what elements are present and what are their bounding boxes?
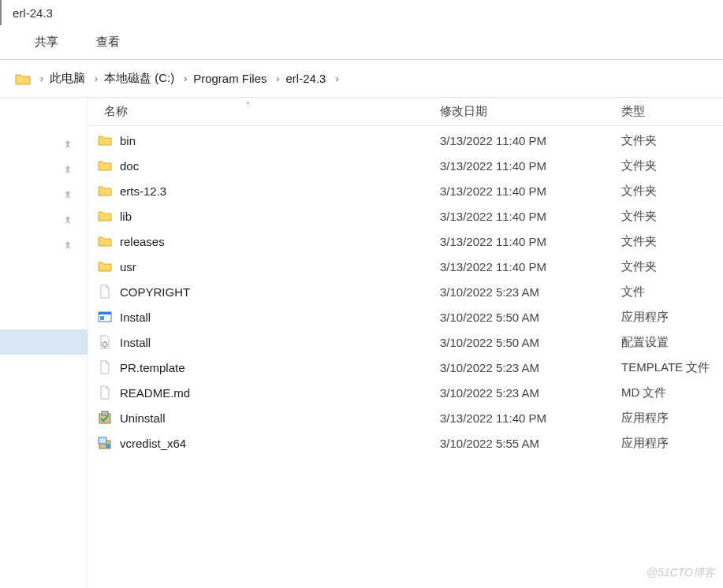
file-row[interactable]: COPYRIGHT3/10/2022 5:23 AM文件	[88, 279, 723, 304]
title-bar: erl-24.3	[0, 0, 723, 25]
file-row[interactable]: Install3/10/2022 5:50 AM配置设置	[88, 329, 723, 355]
file-type: 文件夹	[621, 209, 723, 224]
file-name: releases	[120, 235, 165, 248]
chevron-right-icon[interactable]: ›	[335, 73, 338, 84]
ini-icon	[98, 335, 112, 349]
file-type: 文件	[621, 285, 723, 300]
file-name: README.md	[120, 386, 190, 400]
file-row[interactable]: releases3/13/2022 11:40 PM文件夹	[88, 229, 723, 254]
file-type: TEMPLATE 文件	[621, 360, 723, 375]
file-row[interactable]: doc3/13/2022 11:40 PM文件夹	[88, 153, 723, 178]
file-modified: 3/10/2022 5:50 AM	[440, 336, 621, 349]
file-type: 文件夹	[621, 184, 723, 199]
file-name: usr	[120, 260, 136, 274]
file-name: lib	[120, 210, 132, 223]
file-modified: 3/10/2022 5:50 AM	[440, 311, 621, 324]
breadcrumb-label: Program Files	[193, 72, 266, 85]
file-row[interactable]: Install3/10/2022 5:50 AM应用程序	[88, 304, 723, 329]
file-modified: 3/10/2022 5:23 AM	[440, 386, 621, 400]
file-row[interactable]: README.md3/10/2022 5:23 AMMD 文件	[88, 380, 723, 405]
file-type: 文件夹	[621, 158, 723, 173]
sort-indicator-icon: ˄	[246, 101, 250, 110]
folder-icon	[15, 71, 31, 85]
file-name: erts-12.3	[120, 184, 166, 198]
ribbon-tabs: 共享 查看	[0, 25, 723, 60]
quick-access-pin[interactable]	[0, 233, 88, 259]
file-type: 配置设置	[621, 335, 723, 350]
file-type: 文件夹	[621, 259, 723, 274]
folder-icon	[98, 184, 112, 198]
file-name: doc	[120, 159, 139, 173]
tab-share[interactable]: 共享	[28, 30, 65, 54]
file-name: bin	[120, 134, 136, 147]
file-type: 应用程序	[621, 310, 723, 325]
file-name: Install	[120, 311, 151, 324]
column-name[interactable]: 名称	[88, 104, 440, 119]
quick-access-pin[interactable]	[0, 183, 88, 208]
file-icon	[98, 285, 112, 299]
folder-icon	[98, 158, 112, 173]
file-icon	[98, 385, 112, 400]
quick-access-pane	[0, 98, 88, 588]
breadcrumb-label: 本地磁盘 (C:)	[104, 71, 174, 86]
pin-icon	[62, 190, 73, 201]
folder-icon	[98, 234, 112, 248]
file-icon	[98, 360, 112, 374]
file-type: MD 文件	[621, 385, 723, 400]
window-title: erl-24.3	[9, 6, 53, 20]
quick-access-pin[interactable]	[0, 208, 88, 233]
pin-icon	[62, 140, 73, 151]
file-name: Uninstall	[120, 411, 166, 425]
file-name: COPYRIGHT	[120, 285, 190, 299]
column-type[interactable]: 类型	[621, 104, 723, 119]
file-name: vcredist_x64	[120, 437, 186, 450]
file-row[interactable]: PR.template3/10/2022 5:23 AMTEMPLATE 文件	[88, 355, 723, 380]
folder-icon	[98, 209, 112, 223]
chevron-right-icon[interactable]: ›	[184, 73, 187, 84]
file-name: Install	[120, 336, 151, 349]
breadcrumb-label: 此电脑	[50, 71, 85, 86]
breadcrumb-item[interactable]: 此电脑 ›	[47, 60, 101, 97]
pin-icon	[62, 240, 73, 251]
breadcrumb-item[interactable]: 本地磁盘 (C:) ›	[101, 60, 190, 97]
file-modified: 3/13/2022 11:40 PM	[440, 184, 621, 198]
chevron-right-icon[interactable]: ›	[277, 73, 280, 84]
file-row[interactable]: usr3/13/2022 11:40 PM文件夹	[88, 254, 723, 279]
file-modified: 3/10/2022 5:55 AM	[440, 437, 621, 450]
file-row[interactable]: bin3/13/2022 11:40 PM文件夹	[88, 128, 723, 153]
file-rows: bin3/13/2022 11:40 PM文件夹doc3/13/2022 11:…	[88, 126, 723, 456]
pin-icon	[62, 215, 73, 226]
chevron-right-icon[interactable]: ›	[95, 73, 98, 84]
column-modified[interactable]: 修改日期	[440, 104, 621, 119]
quick-access-pin[interactable]	[0, 158, 88, 183]
file-list: 名称 ˄ 修改日期 类型 bin3/13/2022 11:40 PM文件夹doc…	[88, 98, 723, 588]
sidebar-selection[interactable]	[0, 329, 88, 355]
pin-icon	[62, 165, 73, 176]
file-row[interactable]: erts-12.33/13/2022 11:40 PM文件夹	[88, 178, 723, 203]
file-type: 文件夹	[621, 234, 723, 249]
exe-icon	[98, 310, 112, 324]
tab-view[interactable]: 查看	[90, 30, 126, 54]
file-row[interactable]: Uninstall3/13/2022 11:40 PM应用程序	[88, 405, 723, 430]
chevron-right-icon[interactable]: ›	[40, 73, 43, 84]
file-modified: 3/10/2022 5:23 AM	[440, 285, 621, 299]
breadcrumb-item[interactable]: Program Files ›	[190, 60, 282, 97]
file-row[interactable]: vcredist_x643/10/2022 5:55 AM应用程序	[88, 430, 723, 456]
file-row[interactable]: lib3/13/2022 11:40 PM文件夹	[88, 203, 723, 229]
watermark: @51CTO博客	[647, 566, 715, 580]
column-headers: 名称 ˄ 修改日期 类型	[88, 98, 723, 126]
main-area: 名称 ˄ 修改日期 类型 bin3/13/2022 11:40 PM文件夹doc…	[0, 98, 723, 588]
folder-icon	[98, 259, 112, 274]
folder-icon	[98, 133, 112, 147]
file-modified: 3/13/2022 11:40 PM	[440, 210, 621, 223]
file-modified: 3/13/2022 11:40 PM	[440, 260, 621, 274]
file-modified: 3/13/2022 11:40 PM	[440, 235, 621, 248]
file-modified: 3/10/2022 5:23 AM	[440, 361, 621, 374]
breadcrumb-item[interactable]: erl-24.3 ›	[283, 60, 342, 97]
file-type: 文件夹	[621, 133, 723, 148]
file-modified: 3/13/2022 11:40 PM	[440, 411, 621, 425]
quick-access-pin[interactable]	[0, 132, 88, 158]
breadcrumb-root[interactable]: ›	[12, 60, 47, 97]
inst2-icon	[98, 436, 112, 450]
file-modified: 3/13/2022 11:40 PM	[440, 159, 621, 173]
